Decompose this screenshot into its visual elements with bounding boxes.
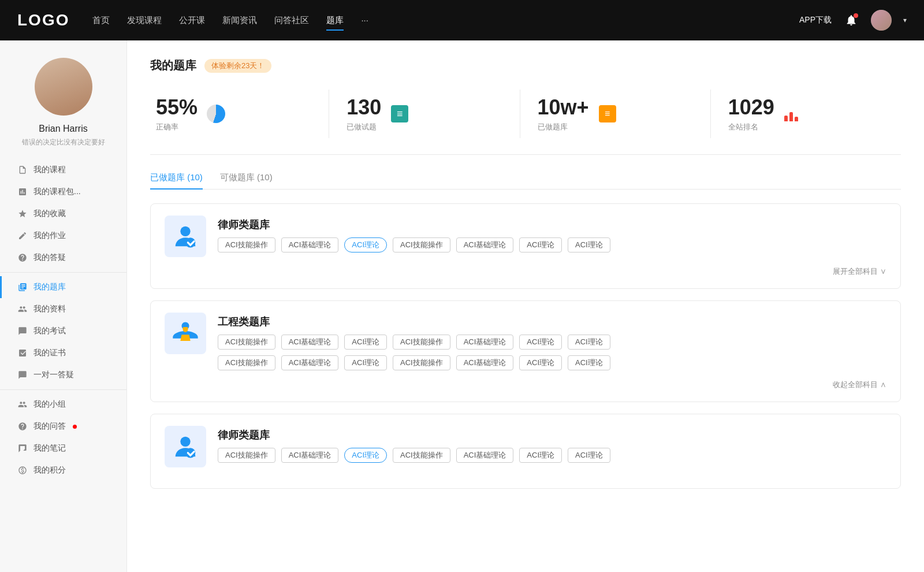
stat-accuracy-value: 55%	[156, 95, 198, 120]
sidebar-item-points[interactable]: 我的积分	[0, 459, 126, 481]
sidebar-divider-2	[0, 389, 126, 390]
tag-1-6[interactable]: ACI理论	[519, 237, 562, 252]
collapse-link-2[interactable]: 收起全部科目 ∧	[165, 380, 886, 390]
app-download-button[interactable]: APP下载	[799, 15, 832, 25]
trial-badge: 体验剩余23天！	[204, 59, 271, 73]
tag-3-2[interactable]: ACI基础理论	[281, 448, 339, 463]
tag-2-3[interactable]: ACI理论	[344, 335, 387, 350]
avatar[interactable]	[871, 10, 892, 31]
tag-2-8[interactable]: ACI技能操作	[218, 355, 275, 370]
qbank-card-header-2: 工程类题库 ACI技能操作 ACI基础理论 ACI理论 ACI技能操作 ACI基…	[165, 313, 886, 370]
navbar: LOGO 首页 发现课程 公开课 新闻资讯 问答社区 题库 ··· APP下载 …	[0, 0, 924, 40]
user-dropdown-arrow[interactable]: ▾	[903, 16, 907, 24]
tag-2-2[interactable]: ACI基础理论	[281, 335, 339, 350]
stat-done-banks-label: 已做题库	[538, 122, 589, 132]
stat-done-banks-value: 10w+	[538, 95, 589, 120]
tab-done[interactable]: 已做题库 (10)	[150, 172, 203, 189]
tag-2-13[interactable]: ACI理论	[519, 355, 562, 370]
tab-available[interactable]: 可做题库 (10)	[220, 172, 273, 189]
nav-discover[interactable]: 发现课程	[127, 13, 162, 28]
tag-2-12[interactable]: ACI基础理论	[456, 355, 514, 370]
lawyer-icon-1	[165, 216, 206, 257]
sidebar-item-profile[interactable]: 我的资料	[0, 298, 126, 320]
nav-links: 首页 发现课程 公开课 新闻资讯 问答社区 题库 ···	[92, 13, 799, 28]
file-icon	[17, 165, 28, 175]
tag-2-14[interactable]: ACI理论	[568, 355, 610, 370]
stat-done-questions-label: 已做试题	[346, 122, 381, 132]
sidebar-item-1on1[interactable]: 一对一答疑	[0, 364, 126, 386]
svg-point-0	[180, 226, 190, 236]
tag-2-4[interactable]: ACI技能操作	[393, 335, 450, 350]
sidebar-item-my-qa[interactable]: 我的问答	[0, 415, 126, 437]
stats-row: 55% 正确率 130 已做试题 ≡ 10w+ 已做题库	[150, 90, 901, 155]
qbank-card-lawyer: 律师类题库 ACI技能操作 ACI基础理论 ACI理论 ACI技能操作 ACI基…	[150, 203, 901, 289]
nav-news[interactable]: 新闻资讯	[222, 13, 257, 28]
stat-ranking: 1029 全站排名	[711, 90, 901, 138]
expand-link-1[interactable]: 展开全部科目 ∨	[165, 266, 886, 277]
tag-1-1[interactable]: ACI技能操作	[218, 237, 275, 252]
star-icon	[17, 209, 28, 219]
tag-1-5[interactable]: ACI基础理论	[456, 237, 514, 252]
qbank-tags-1: ACI技能操作 ACI基础理论 ACI理论 ACI技能操作 ACI基础理论 AC…	[218, 237, 610, 252]
qa-notification-dot	[73, 425, 77, 429]
notification-dot	[854, 13, 858, 18]
tag-3-3[interactable]: ACI理论	[344, 448, 387, 463]
nav-home[interactable]: 首页	[92, 13, 110, 28]
sidebar-item-qbank[interactable]: 我的题库	[0, 276, 126, 298]
svg-point-3	[183, 327, 188, 332]
person-icon	[17, 304, 28, 314]
stat-ranking-label: 全站排名	[728, 122, 774, 132]
tag-2-7[interactable]: ACI理论	[568, 335, 610, 350]
done-questions-icon: ≡	[389, 103, 410, 124]
tag-3-7[interactable]: ACI理论	[568, 448, 610, 463]
stat-done-questions: 130 已做试题 ≡	[329, 90, 520, 138]
stat-done-banks: 10w+ 已做题库 ≡	[520, 90, 711, 138]
tag-2-10[interactable]: ACI理论	[344, 355, 387, 370]
tag-1-2[interactable]: ACI基础理论	[281, 237, 339, 252]
qbank-card-lawyer-2: 律师类题库 ACI技能操作 ACI基础理论 ACI理论 ACI技能操作 ACI基…	[150, 414, 901, 489]
cert-icon	[17, 348, 28, 358]
nav-open-course[interactable]: 公开课	[179, 13, 205, 28]
tag-3-5[interactable]: ACI基础理论	[456, 448, 514, 463]
sidebar-item-favorites[interactable]: 我的收藏	[0, 203, 126, 225]
qbank-name-1: 律师类题库	[218, 218, 610, 232]
tag-1-7[interactable]: ACI理论	[568, 237, 610, 252]
notification-bell[interactable]	[843, 12, 859, 28]
sidebar-item-notes[interactable]: 我的笔记	[0, 437, 126, 459]
engineer-icon	[165, 313, 206, 354]
chat-icon	[17, 370, 28, 380]
nav-qbank[interactable]: 题库	[326, 13, 344, 28]
sidebar-divider-1	[0, 272, 126, 273]
tag-2-5[interactable]: ACI基础理论	[456, 335, 514, 350]
bar-chart-icon	[784, 105, 802, 122]
nav-more[interactable]: ···	[361, 13, 368, 28]
sidebar-item-my-course[interactable]: 我的课程	[0, 159, 126, 181]
tag-2-11[interactable]: ACI技能操作	[393, 355, 450, 370]
qbank-tags-3: ACI技能操作 ACI基础理论 ACI理论 ACI技能操作 ACI基础理论 AC…	[218, 448, 610, 463]
nav-qa[interactable]: 问答社区	[274, 13, 309, 28]
edit-icon	[17, 231, 28, 241]
question-icon	[17, 252, 28, 263]
qbank-tags-2-row1: ACI技能操作 ACI基础理论 ACI理论 ACI技能操作 ACI基础理论 AC…	[218, 335, 886, 350]
tag-3-4[interactable]: ACI技能操作	[393, 448, 450, 463]
sidebar-item-certificate[interactable]: 我的证书	[0, 342, 126, 364]
sidebar-item-course-package[interactable]: 我的课程包...	[0, 181, 126, 203]
ranking-chart-icon	[783, 103, 803, 124]
sidebar-item-exam[interactable]: 我的考试	[0, 320, 126, 342]
sidebar-item-group[interactable]: 我的小组	[0, 393, 126, 415]
sidebar-avatar	[35, 58, 92, 116]
tag-1-3[interactable]: ACI理论	[344, 237, 387, 252]
tag-2-6[interactable]: ACI理论	[519, 335, 562, 350]
tag-2-1[interactable]: ACI技能操作	[218, 335, 275, 350]
tag-1-4[interactable]: ACI技能操作	[393, 237, 450, 252]
tag-3-1[interactable]: ACI技能操作	[218, 448, 275, 463]
tag-2-9[interactable]: ACI基础理论	[281, 355, 339, 370]
page-header: 我的题库 体验剩余23天！	[150, 58, 901, 73]
sidebar-item-questions[interactable]: 我的答疑	[0, 247, 126, 269]
group-icon	[17, 399, 28, 410]
main-content: 我的题库 体验剩余23天！ 55% 正确率 130 已做试题 ≡	[127, 40, 924, 572]
logo[interactable]: LOGO	[17, 11, 69, 29]
sidebar-item-homework[interactable]: 我的作业	[0, 225, 126, 247]
sidebar-username: Brian Harris	[39, 124, 87, 134]
tag-3-6[interactable]: ACI理论	[519, 448, 562, 463]
